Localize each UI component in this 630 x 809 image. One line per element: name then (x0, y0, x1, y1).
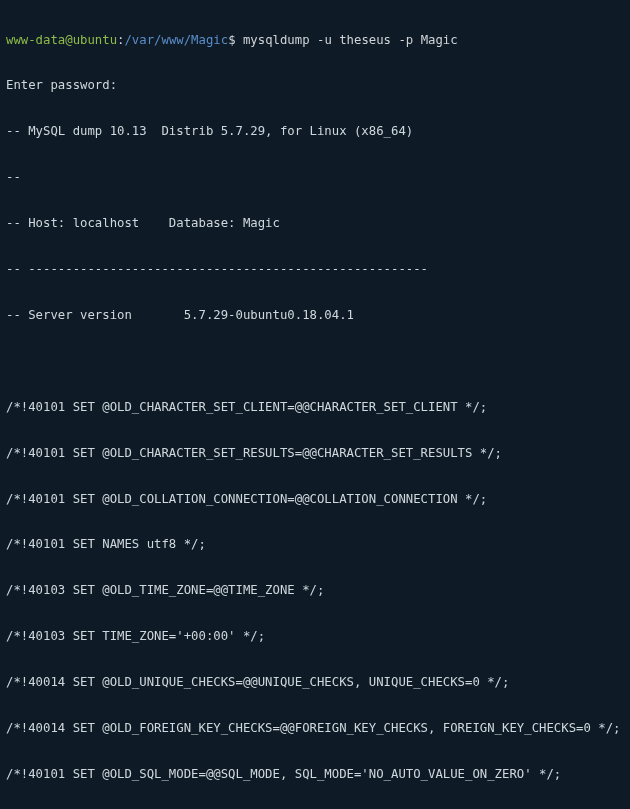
terminal-line: /*!40101 SET @OLD_CHARACTER_SET_RESULTS=… (6, 446, 624, 461)
terminal-line: /*!40014 SET @OLD_FOREIGN_KEY_CHECKS=@@F… (6, 721, 624, 736)
terminal-line: -- (6, 170, 624, 185)
terminal-line: /*!40101 SET NAMES utf8 */; (6, 537, 624, 552)
terminal-line: /*!40101 SET @OLD_COLLATION_CONNECTION=@… (6, 492, 624, 507)
terminal-line: -- Host: localhost Database: Magic (6, 216, 624, 231)
terminal-output[interactable]: www-data@ubuntu:/var/www/Magic$ mysqldum… (0, 0, 630, 809)
terminal-line: Enter password: (6, 78, 624, 93)
terminal-line (6, 354, 624, 369)
terminal-line: /*!40103 SET TIME_ZONE='+00:00' */; (6, 629, 624, 644)
prompt-path-dir: Magic (191, 33, 228, 47)
terminal-line: /*!40101 SET @OLD_CHARACTER_SET_CLIENT=@… (6, 400, 624, 415)
prompt-user-host: www-data@ubuntu (6, 33, 117, 47)
terminal-line: /*!40014 SET @OLD_UNIQUE_CHECKS=@@UNIQUE… (6, 675, 624, 690)
terminal-line: -- MySQL dump 10.13 Distrib 5.7.29, for … (6, 124, 624, 139)
terminal-line: /*!40103 SET @OLD_TIME_ZONE=@@TIME_ZONE … (6, 583, 624, 598)
terminal-line: -- -------------------------------------… (6, 262, 624, 277)
prompt-line: www-data@ubuntu:/var/www/Magic$ mysqldum… (6, 33, 624, 48)
terminal-line: -- Server version 5.7.29-0ubuntu0.18.04.… (6, 308, 624, 323)
prompt-dollar: $ (228, 33, 243, 47)
prompt-command: mysqldump -u theseus -p Magic (243, 33, 458, 47)
prompt-path-prefix: /var/www/ (124, 33, 191, 47)
terminal-line: /*!40101 SET @OLD_SQL_MODE=@@SQL_MODE, S… (6, 767, 624, 782)
